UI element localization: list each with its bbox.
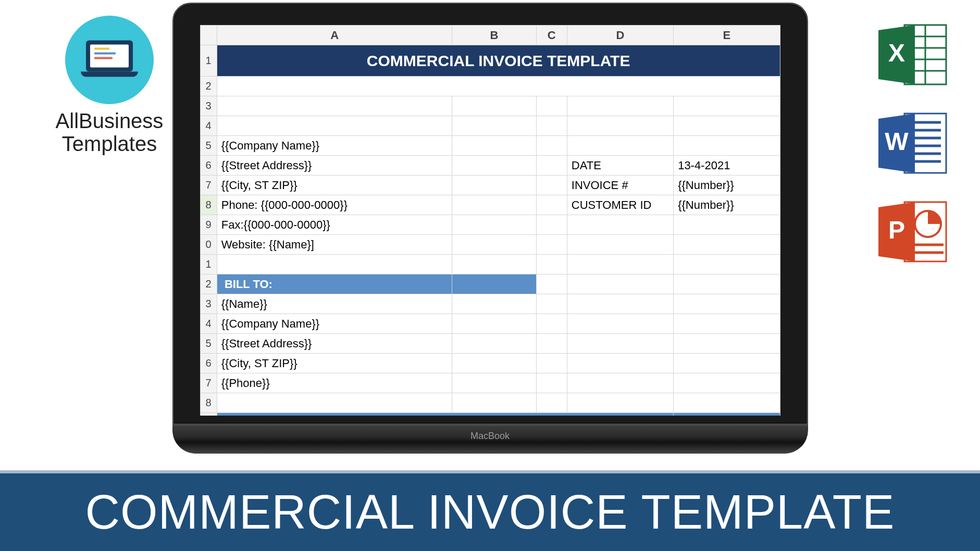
row-number[interactable]: 8 [200, 393, 217, 413]
file-type-icons: X W P [876, 21, 949, 266]
row-number[interactable]: 1 [200, 45, 217, 77]
billto-company-cell[interactable]: {{Company Name}} [217, 314, 452, 334]
banner-title: COMMERCIAL INVOICE TEMPLATE [85, 485, 895, 540]
laptop-frame: A B C D E 1 COMMERCIAL INVOICE TEMPLATE … [172, 3, 808, 425]
col-header-a[interactable]: A [217, 26, 452, 45]
col-header-e[interactable]: E [674, 26, 780, 45]
amount-header[interactable]: AMOUNT [674, 413, 780, 416]
billto-name-cell[interactable]: {{Name}} [217, 294, 452, 314]
row-number[interactable]: 7 [200, 176, 217, 195]
row-number[interactable]: 0 [200, 235, 217, 255]
title-row: 1 COMMERCIAL INVOICE TEMPLATE [200, 45, 780, 77]
brand-name: AllBusiness Templates [42, 109, 177, 155]
brand-name-line2: Templates [42, 132, 177, 155]
brand-name-line1: AllBusiness [42, 109, 177, 132]
row-number[interactable]: 4 [200, 314, 217, 334]
svg-text:P: P [888, 216, 905, 244]
billto-city-cell[interactable]: {{City, ST ZIP}} [217, 354, 452, 373]
row-number[interactable]: 5 [200, 334, 217, 354]
row-number[interactable]: 8 [200, 195, 217, 215]
customer-value-cell[interactable]: {{Number}} [674, 195, 780, 215]
company-city-cell[interactable]: {{City, ST ZIP}} [217, 176, 452, 195]
row-number[interactable]: 2 [200, 274, 217, 294]
date-label-cell[interactable]: DATE [567, 156, 673, 176]
brand-logo-block: AllBusiness Templates [42, 16, 177, 155]
laptop-mockup: A B C D E 1 COMMERCIAL INVOICE TEMPLATE … [172, 3, 808, 454]
row-number[interactable]: 6 [200, 156, 217, 176]
brand-logo-icon [65, 16, 154, 104]
col-header-c[interactable]: C [536, 26, 567, 45]
bill-to-header[interactable]: BILL TO: [217, 274, 452, 294]
invoice-value-cell[interactable]: {{Number}} [674, 176, 780, 195]
col-header-d[interactable]: D [567, 26, 673, 45]
description-header[interactable]: DESCRIPTION [217, 413, 673, 416]
spreadsheet-screen: A B C D E 1 COMMERCIAL INVOICE TEMPLATE … [200, 25, 780, 416]
billto-phone-cell[interactable]: {{Phone}} [217, 373, 452, 393]
column-header-row: A B C D E [200, 26, 780, 45]
row-number[interactable]: 6 [200, 354, 217, 373]
select-all-cell[interactable] [200, 26, 217, 45]
billto-street-cell[interactable]: {{Street Address}} [217, 334, 452, 354]
col-header-b[interactable]: B [452, 26, 536, 45]
svg-text:W: W [885, 128, 909, 155]
row-number[interactable]: 9 [200, 413, 217, 416]
company-street-cell[interactable]: {{Street Address}} [217, 156, 452, 176]
customer-label-cell[interactable]: CUSTOMER ID [567, 195, 673, 215]
company-name-cell[interactable]: {{Company Name}} [217, 136, 452, 156]
row-number[interactable]: 2 [200, 77, 217, 96]
row-number[interactable]: 3 [200, 96, 217, 116]
svg-text:X: X [888, 39, 905, 67]
excel-icon: X [876, 21, 949, 89]
spreadsheet: A B C D E 1 COMMERCIAL INVOICE TEMPLATE … [200, 25, 780, 416]
invoice-label-cell[interactable]: INVOICE # [567, 176, 673, 195]
row-number[interactable]: 4 [200, 116, 217, 136]
sheet-title[interactable]: COMMERCIAL INVOICE TEMPLATE [217, 45, 780, 77]
company-phone-cell[interactable]: Phone: {{000-000-0000}} [217, 195, 452, 215]
row-number[interactable]: 9 [200, 215, 217, 235]
word-icon: W [876, 109, 949, 177]
powerpoint-icon: P [876, 198, 949, 266]
company-fax-cell[interactable]: Fax:{{000-000-0000}} [217, 215, 452, 235]
row-number[interactable]: 5 [200, 136, 217, 156]
laptop-hinge [172, 425, 808, 454]
row-number[interactable]: 3 [200, 294, 217, 314]
row-number[interactable]: 7 [200, 373, 217, 393]
date-value-cell[interactable]: 13-4-2021 [674, 156, 780, 176]
page-banner: COMMERCIAL INVOICE TEMPLATE [0, 470, 980, 551]
row-number[interactable]: 1 [200, 255, 217, 274]
company-website-cell[interactable]: Website: {{Name}] [217, 235, 452, 255]
